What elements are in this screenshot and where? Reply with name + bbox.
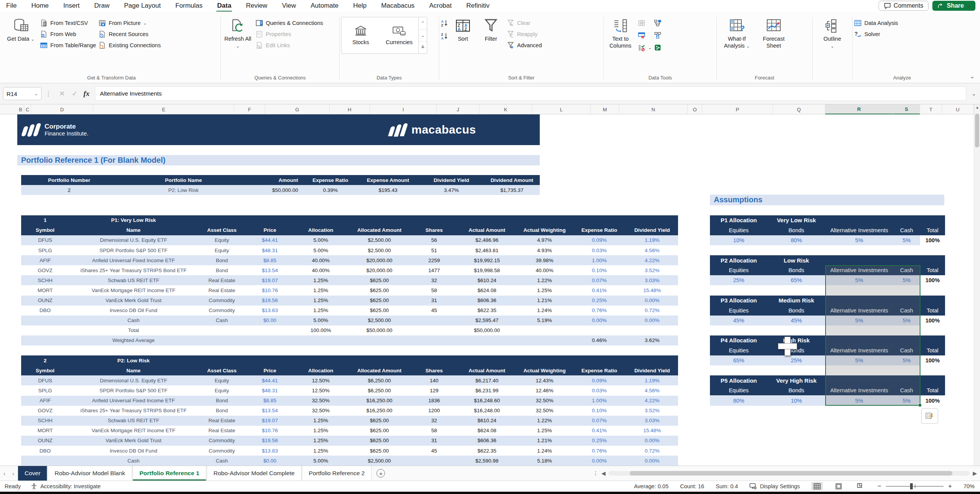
cell[interactable]: SPLG: [21, 245, 69, 255]
sheet-tab-portfolio-reference-1[interactable]: Portfolio Reference 1: [133, 466, 206, 481]
from-picture-button[interactable]: From Picture ⌄: [98, 19, 161, 27]
cell[interactable]: Equities: [710, 345, 768, 355]
cell[interactable]: Very Low Risk: [768, 215, 825, 225]
cell[interactable]: Commodity: [198, 436, 246, 446]
cell[interactable]: VanEck Merk Gold Trust: [69, 296, 198, 306]
cell[interactable]: 32.50%: [517, 396, 572, 406]
cell[interactable]: $13.54: [246, 265, 294, 275]
get-data-button[interactable]: Get Data ⌄: [4, 15, 38, 42]
cell[interactable]: $606.36: [457, 436, 517, 446]
menu-item-refinitiv[interactable]: Refinitiv: [466, 1, 490, 11]
cell[interactable]: 15.48%: [626, 285, 678, 295]
cell[interactable]: 1.19%: [626, 375, 678, 385]
cell[interactable]: Actual Amount: [457, 365, 517, 375]
cell[interactable]: 1.25%: [294, 296, 348, 306]
cell[interactable]: $0.00: [246, 456, 294, 466]
cell[interactable]: 45%: [768, 316, 825, 325]
cell[interactable]: Commodity: [198, 306, 246, 316]
cell[interactable]: [411, 325, 457, 335]
cell[interactable]: VanEck Merk Gold Trust: [69, 436, 198, 446]
sheet-tab-cover[interactable]: Cover: [18, 466, 47, 481]
vertical-scrollbar[interactable]: ▲: [974, 104, 980, 466]
cell[interactable]: $13.83: [246, 306, 294, 316]
cell[interactable]: $2,500.00: [348, 235, 411, 245]
normal-view-button[interactable]: [811, 482, 823, 491]
cell[interactable]: [411, 335, 457, 345]
cell[interactable]: $16,248.00: [457, 406, 517, 416]
cell[interactable]: Allocation: [294, 365, 348, 375]
cell[interactable]: [626, 215, 678, 225]
sheet-tab-robo-advisor-model-blank[interactable]: Robo-Advisor Model Blank: [48, 466, 132, 481]
cell[interactable]: 2: [21, 355, 69, 365]
cell[interactable]: Dimensional U.S. Equity ETF: [69, 375, 198, 385]
cell[interactable]: 5.00%: [294, 235, 348, 245]
cell[interactable]: Invesco DB Oil Fund: [69, 446, 198, 456]
cell[interactable]: [294, 355, 348, 365]
column-header-L[interactable]: L: [532, 104, 591, 114]
column-header-F[interactable]: F: [234, 104, 265, 114]
cell[interactable]: 1.25%: [294, 416, 348, 426]
cell[interactable]: 1.25%: [294, 275, 348, 285]
cell[interactable]: Very High Risk: [768, 375, 825, 385]
existing-connections-button[interactable]: Existing Connections: [98, 41, 161, 49]
sheet-tab-robo-advisor-model-complete[interactable]: Robo-Advisor Model Complete: [207, 466, 302, 481]
cell[interactable]: 1.25%: [294, 426, 348, 436]
cell[interactable]: 0.10%: [572, 265, 626, 275]
zoom-level[interactable]: 70%: [963, 483, 975, 489]
cell[interactable]: [348, 215, 411, 225]
cell[interactable]: Equity: [198, 375, 246, 385]
cell[interactable]: 3.47%: [419, 185, 484, 195]
cell[interactable]: 45: [411, 446, 457, 456]
cell[interactable]: $2,500.00: [348, 316, 411, 325]
cell[interactable]: P4 Allocation: [710, 335, 768, 345]
cell[interactable]: SCHH: [21, 416, 69, 426]
cell[interactable]: $8.85: [246, 255, 294, 265]
cell[interactable]: Cash: [69, 316, 198, 325]
sheet-tab-portfolio-reference-2[interactable]: Portfolio Reference 2: [302, 466, 372, 481]
menu-item-automate[interactable]: Automate: [310, 1, 339, 11]
cell[interactable]: [920, 255, 945, 265]
cell[interactable]: $19,998.58: [457, 265, 517, 275]
cell[interactable]: Portfolio Number: [21, 175, 117, 185]
cell[interactable]: Bonds: [768, 306, 825, 316]
cell[interactable]: Cash: [69, 456, 198, 466]
cell[interactable]: Cash: [893, 385, 920, 395]
cell[interactable]: 1.25%: [294, 446, 348, 456]
cell[interactable]: 4.56%: [626, 245, 678, 255]
cell[interactable]: 32: [411, 416, 457, 426]
cell[interactable]: VanEck Mortgage REIT Income ETF: [69, 285, 198, 295]
cell[interactable]: P1: Very Low Risk: [69, 215, 198, 225]
cell[interactable]: Amount: [250, 175, 303, 185]
cell[interactable]: Equities: [710, 385, 768, 395]
cell[interactable]: [348, 335, 411, 345]
cell[interactable]: $16,250.00: [348, 406, 411, 416]
cell[interactable]: 1: [21, 215, 69, 225]
cell[interactable]: 5.18%: [517, 456, 572, 466]
status-count[interactable]: Count: 16: [680, 483, 704, 489]
cell[interactable]: 65%: [710, 355, 768, 365]
column-header-K[interactable]: K: [479, 104, 532, 114]
cell[interactable]: 5.19%: [517, 316, 572, 325]
cell[interactable]: $50,000.00: [250, 185, 303, 195]
cell[interactable]: Dimensional U.S. Equity ETF: [69, 235, 198, 245]
cell[interactable]: $6,217.40: [457, 375, 517, 385]
cell[interactable]: Real Estate: [198, 416, 246, 426]
cell[interactable]: Price: [246, 365, 294, 375]
cell[interactable]: Total: [920, 345, 945, 355]
cell[interactable]: 0.00%: [626, 456, 678, 466]
cell[interactable]: 4.56%: [626, 385, 678, 395]
cell[interactable]: 58: [411, 285, 457, 295]
cell[interactable]: 80%: [710, 396, 768, 406]
cell[interactable]: [893, 255, 920, 265]
cell[interactable]: 3.62%: [626, 335, 678, 345]
cell[interactable]: $20,000.00: [348, 255, 411, 265]
column-header-D[interactable]: D: [31, 104, 93, 114]
cell[interactable]: [294, 335, 348, 345]
cell[interactable]: Expense Ratio: [303, 175, 357, 185]
menu-item-draw[interactable]: Draw: [93, 1, 110, 11]
cell[interactable]: 80%: [768, 235, 825, 245]
cell[interactable]: 5%: [825, 316, 893, 325]
cell[interactable]: Symbol: [21, 225, 69, 235]
cell[interactable]: [825, 215, 893, 225]
cell[interactable]: 5%: [893, 396, 920, 406]
